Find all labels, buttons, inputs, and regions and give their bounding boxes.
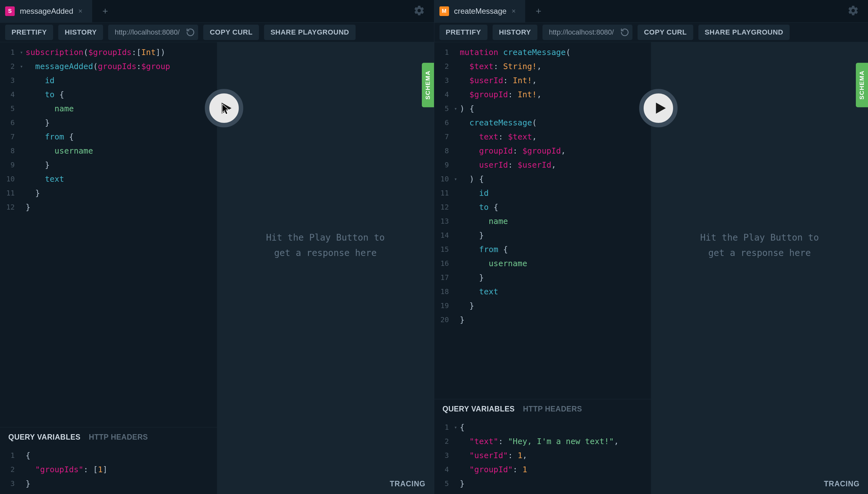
line-number: 2	[434, 59, 452, 74]
line-number: 10	[0, 172, 17, 186]
line-number: 2	[0, 463, 17, 477]
gear-icon[interactable]	[414, 5, 425, 18]
share-playground-button[interactable]: SHARE PLAYGROUND	[264, 25, 356, 40]
endpoint-input[interactable]: http://localhost:8080/	[543, 25, 633, 40]
playground-pane-right: M createMessage × + PRETTIFY HISTORY htt…	[434, 0, 868, 494]
line-number: 1	[434, 420, 452, 435]
copy-curl-button[interactable]: COPY CURL	[638, 25, 693, 40]
operation-type-badge: S	[5, 6, 15, 16]
tab-title: messageAdded	[20, 7, 73, 16]
line-number: 1	[434, 45, 452, 59]
line-number: 13	[434, 214, 452, 228]
variables-tabs: QUERY VARIABLES HTTP HEADERS	[434, 399, 651, 418]
gear-icon[interactable]	[848, 5, 859, 18]
line-number: 9	[434, 158, 452, 172]
line-number: 5	[0, 102, 17, 116]
schema-tab[interactable]: SCHEMA	[422, 63, 434, 107]
endpoint-input[interactable]: http://localhost:8080/	[108, 25, 198, 40]
line-number: 1	[0, 449, 17, 463]
prettify-button[interactable]: PRETTIFY	[5, 25, 53, 40]
line-number: 1	[0, 45, 17, 59]
variables-tabs: QUERY VARIABLES HTTP HEADERS	[0, 428, 217, 446]
tab-query-variables[interactable]: QUERY VARIABLES	[442, 405, 515, 413]
line-number: 6	[434, 116, 452, 130]
query-editor[interactable]: 1234567891011121314151617181920mutation …	[434, 42, 651, 399]
line-number: 20	[434, 313, 452, 327]
line-number: 6	[0, 116, 17, 130]
new-tab-button[interactable]: +	[525, 0, 551, 22]
tracing-button[interactable]: TRACING	[824, 480, 860, 488]
copy-curl-button[interactable]: COPY CURL	[203, 25, 259, 40]
line-number: 3	[0, 74, 17, 88]
variables-editor[interactable]: 123{ "groupIds": [1] }	[0, 446, 217, 494]
line-number: 3	[434, 449, 452, 463]
line-number: 7	[0, 130, 17, 144]
query-editor[interactable]: 123456789101112subscription($groupIds:[I…	[0, 42, 217, 427]
tab-http-headers[interactable]: HTTP HEADERS	[523, 405, 582, 413]
tab-bar: M createMessage × +	[434, 0, 868, 22]
line-number: 19	[434, 299, 452, 313]
share-playground-button[interactable]: SHARE PLAYGROUND	[698, 25, 790, 40]
prettify-button[interactable]: PRETTIFY	[439, 25, 488, 40]
line-number: 4	[434, 463, 452, 477]
operation-tab[interactable]: S messageAdded ×	[0, 0, 92, 22]
toolbar: PRETTIFY HISTORY http://localhost:8080/ …	[0, 22, 434, 42]
line-number: 3	[434, 74, 452, 88]
line-number: 11	[434, 186, 452, 200]
tab-http-headers[interactable]: HTTP HEADERS	[89, 433, 148, 441]
editor-column: 1234567891011121314151617181920mutation …	[434, 42, 651, 494]
line-number: 7	[434, 130, 452, 144]
main-area: 123456789101112subscription($groupIds:[I…	[0, 42, 434, 494]
line-number: 14	[434, 228, 452, 243]
operation-tab[interactable]: M createMessage ×	[434, 0, 526, 22]
line-number: 8	[434, 144, 452, 158]
history-button[interactable]: HISTORY	[58, 25, 103, 40]
play-button[interactable]	[205, 89, 243, 127]
close-icon[interactable]: ×	[512, 7, 516, 15]
result-placeholder: Hit the Play Button to get a response he…	[266, 230, 385, 261]
reload-icon[interactable]	[186, 28, 195, 37]
schema-tab[interactable]: SCHEMA	[856, 63, 868, 107]
line-number: 4	[0, 88, 17, 102]
result-column: Hit the Play Button to get a response he…	[651, 42, 868, 494]
tracing-button[interactable]: TRACING	[390, 480, 426, 488]
line-number: 10	[434, 172, 452, 186]
new-tab-button[interactable]: +	[92, 0, 118, 22]
operation-type-badge: M	[439, 6, 449, 16]
line-number: 2	[0, 59, 17, 74]
line-number: 18	[434, 285, 452, 299]
variables-panel: QUERY VARIABLES HTTP HEADERS 123{ "group…	[0, 427, 217, 494]
playground-pane-left: S messageAdded × + PRETTIFY HISTORY http…	[0, 0, 434, 494]
variables-editor[interactable]: 12345{ "text": "Hey, I'm a new text!", "…	[434, 418, 651, 494]
line-number: 17	[434, 271, 452, 285]
line-number: 16	[434, 256, 452, 271]
editor-column: 123456789101112subscription($groupIds:[I…	[0, 42, 217, 494]
play-button[interactable]	[639, 89, 678, 127]
line-number: 3	[0, 477, 17, 491]
reload-icon[interactable]	[620, 28, 629, 37]
close-icon[interactable]: ×	[78, 7, 82, 15]
history-button[interactable]: HISTORY	[493, 25, 537, 40]
svg-marker-1	[656, 103, 666, 114]
tab-query-variables[interactable]: QUERY VARIABLES	[8, 433, 81, 441]
line-number: 12	[0, 200, 17, 214]
toolbar: PRETTIFY HISTORY http://localhost:8080/ …	[434, 22, 868, 42]
variables-panel: QUERY VARIABLES HTTP HEADERS 12345{ "tex…	[434, 399, 651, 494]
line-number: 5	[434, 102, 452, 116]
svg-marker-0	[222, 103, 232, 114]
tab-bar: S messageAdded × +	[0, 0, 434, 22]
line-number: 2	[434, 435, 452, 449]
result-column: Hit the Play Button to get a response he…	[217, 42, 434, 494]
line-number: 15	[434, 243, 452, 256]
line-number: 11	[0, 186, 17, 200]
main-area: 1234567891011121314151617181920mutation …	[434, 42, 868, 494]
line-number: 4	[434, 88, 452, 102]
result-placeholder: Hit the Play Button to get a response he…	[700, 230, 819, 261]
tab-title: createMessage	[454, 7, 507, 16]
line-number: 12	[434, 200, 452, 214]
endpoint-url: http://localhost:8080/	[549, 28, 614, 37]
line-number: 5	[434, 477, 452, 491]
endpoint-url: http://localhost:8080/	[115, 28, 180, 37]
line-number: 9	[0, 158, 17, 172]
line-number: 8	[0, 144, 17, 158]
